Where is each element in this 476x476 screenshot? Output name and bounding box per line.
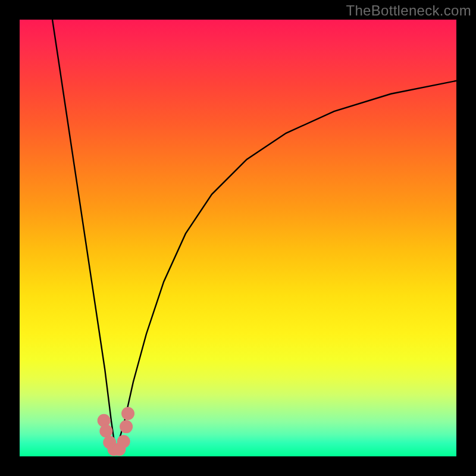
marker-dot — [120, 420, 133, 433]
plot-area — [20, 20, 456, 456]
curve-layer — [20, 20, 456, 456]
right-branch-path — [115, 81, 456, 452]
marker-dot — [117, 435, 130, 448]
watermark-text: TheBottleneck.com — [346, 2, 471, 19]
left-branch-path — [52, 20, 115, 452]
marker-dot — [99, 424, 112, 437]
marker-cluster — [98, 407, 134, 456]
outer-frame: TheBottleneck.com — [0, 0, 476, 476]
marker-dot — [121, 407, 134, 420]
